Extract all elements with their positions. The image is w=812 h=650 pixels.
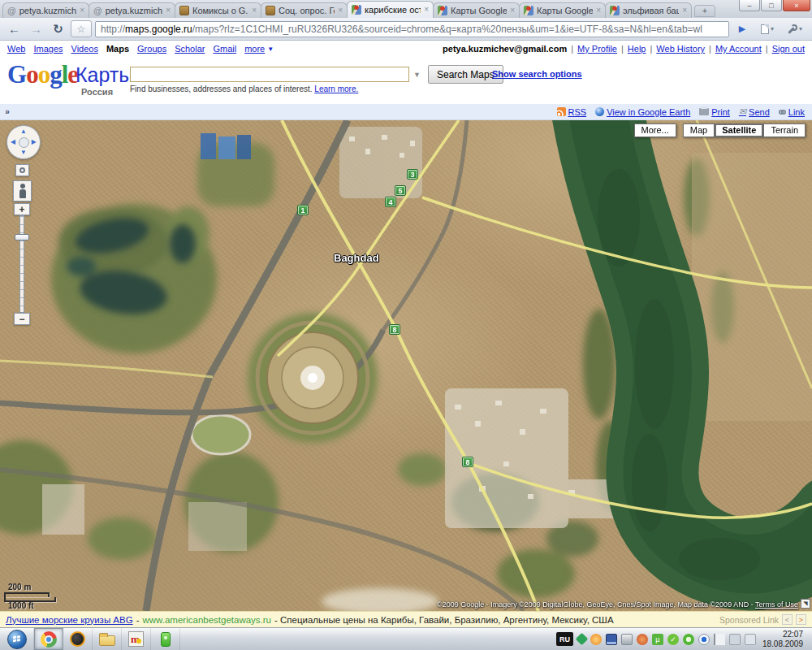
language-indicator[interactable]: RU <box>556 632 573 646</box>
tray-network-icon[interactable] <box>729 634 741 645</box>
terms-of-use-link[interactable]: Terms of Use <box>755 600 798 609</box>
view-in-google-earth-link[interactable]: View in Google Earth <box>595 107 690 117</box>
pan-up-icon[interactable]: ▲ <box>20 128 27 135</box>
taskbar-explorer-button[interactable] <box>93 628 122 650</box>
satellite-view-button[interactable]: Satellite <box>715 124 763 137</box>
nav-link-videos[interactable]: Videos <box>71 44 98 54</box>
tray-orange-icon[interactable] <box>590 634 602 645</box>
forward-button[interactable]: → <box>27 20 45 38</box>
tray-utorrent-icon[interactable]: µ <box>652 634 663 645</box>
map-view-button[interactable]: Map <box>683 124 715 137</box>
go-button[interactable]: ▶ <box>732 20 752 37</box>
tray-eye-icon[interactable] <box>698 634 710 645</box>
bookmark-star-button[interactable]: ☆ <box>71 20 92 37</box>
back-button[interactable]: ← <box>5 20 24 38</box>
taskbar-aimp-button[interactable] <box>63 628 93 650</box>
nav-link-web[interactable]: Web <box>7 44 25 54</box>
more-button[interactable]: More... <box>634 124 676 137</box>
pan-center-handle[interactable] <box>19 137 29 148</box>
reload-button[interactable]: ↻ <box>49 20 67 38</box>
map-canvas[interactable]: More... Map Satellite Terrain ▲ ▼ ◀ ▶ + … <box>0 120 812 611</box>
wrench-icon <box>788 24 797 34</box>
route-marker-1[interactable]: 1 <box>297 205 309 215</box>
link-link[interactable]: Link <box>779 107 805 117</box>
previous-ad-button[interactable]: < <box>782 614 793 625</box>
tab-caribbean-islands-active[interactable]: карибские ост... × <box>347 1 434 18</box>
tray-monitor-icon[interactable] <box>606 634 617 645</box>
route-marker-4[interactable]: 4 <box>385 197 396 207</box>
search-history-dropdown-icon[interactable]: ▼ <box>413 71 421 79</box>
pan-left-icon[interactable]: ◀ <box>11 139 15 145</box>
sidebar-collapse-button[interactable]: » <box>0 107 15 116</box>
nav-link-scholar[interactable]: Scholar <box>175 44 205 54</box>
nav-link-groups[interactable]: Groups <box>137 44 166 54</box>
maximize-button[interactable]: □ <box>761 0 782 11</box>
taskbar-mirc-button[interactable]: m <box>122 628 151 650</box>
taskbar-qip-button[interactable] <box>151 628 180 650</box>
street-view-pegman-button[interactable] <box>13 180 32 202</box>
tab-maps-1[interactable]: Карты Google × <box>433 2 520 18</box>
tab-survey[interactable]: Соц. опрос. Ге... × <box>261 2 348 18</box>
learn-more-link[interactable]: Learn more. <box>314 84 358 93</box>
address-bar[interactable]: http://maps.google.ru/maps?rlz=1C1CHMI_r… <box>95 21 729 37</box>
tray-device-icon[interactable] <box>621 634 633 645</box>
link-sign-out[interactable]: Sign out <box>772 44 805 54</box>
tab-close-icon[interactable]: × <box>682 6 687 15</box>
tab-close-icon[interactable]: × <box>424 6 429 14</box>
minimize-button[interactable]: – <box>739 0 760 11</box>
report-problem-button[interactable]: ◥ <box>801 599 810 609</box>
close-button[interactable]: × <box>783 0 810 11</box>
taskbar-clock[interactable]: 22:07 18.08.2009 <box>762 630 803 649</box>
send-link[interactable]: ✉ Send <box>739 107 770 117</box>
taskbar-chrome-button[interactable] <box>34 628 63 650</box>
start-button[interactable] <box>0 628 34 650</box>
route-marker-8a[interactable]: 8 <box>389 324 400 335</box>
reset-view-button[interactable] <box>15 164 29 176</box>
link-my-account[interactable]: My Account <box>715 44 762 54</box>
tab-maps-2[interactable]: Карты Google × <box>519 2 606 18</box>
tray-diamond-icon[interactable] <box>576 633 589 646</box>
terrain-view-button[interactable]: Terrain <box>763 124 806 137</box>
rss-link[interactable]: RSS <box>557 107 587 117</box>
tab-close-icon[interactable]: × <box>338 6 343 15</box>
wrench-menu-button[interactable]: ▾ <box>783 20 807 37</box>
tab-comics[interactable]: Комиксы о G... × <box>175 2 261 18</box>
tab-close-icon[interactable]: × <box>166 6 171 15</box>
tray-antivirus-icon[interactable]: ✓ <box>667 634 679 645</box>
ad-link[interactable]: Лучшие морские круизы ABG <box>6 615 133 625</box>
tab-close-icon[interactable]: × <box>510 6 515 15</box>
nav-link-gmail[interactable]: Gmail <box>213 44 236 54</box>
tray-audio-icon[interactable] <box>637 634 648 645</box>
tray-messenger-icon[interactable] <box>683 634 694 645</box>
zoom-in-button[interactable]: + <box>14 203 30 215</box>
tab-close-icon[interactable]: × <box>252 6 257 15</box>
zoom-out-button[interactable]: − <box>14 313 30 325</box>
route-marker-5[interactable]: 5 <box>395 185 406 196</box>
logo-letter: g <box>50 60 62 89</box>
zoom-slider-track[interactable] <box>19 215 24 313</box>
print-link[interactable]: Print <box>699 107 730 117</box>
route-marker-8b[interactable]: 8 <box>462 457 473 467</box>
pan-right-icon[interactable]: ▶ <box>32 139 37 145</box>
nav-link-more[interactable]: more <box>244 44 265 54</box>
tray-flag-icon[interactable] <box>714 634 725 645</box>
tab-close-icon[interactable]: × <box>596 6 601 15</box>
new-tab-button[interactable]: + <box>694 5 715 17</box>
zoom-slider-handle[interactable] <box>15 234 29 240</box>
link-my-profile[interactable]: My Profile <box>577 44 617 54</box>
tab-gmail-2[interactable]: @ petya.kuzmich... × <box>89 2 175 18</box>
show-search-options-link[interactable]: Show search options <box>492 69 582 79</box>
search-input[interactable] <box>130 67 409 82</box>
tab-close-icon[interactable]: × <box>80 6 84 15</box>
route-marker-3[interactable]: 3 <box>407 169 418 180</box>
tab-eiffel-tower[interactable]: эльфивая баш... × <box>605 2 692 18</box>
tray-volume-icon[interactable] <box>745 634 756 645</box>
tab-gmail-1[interactable]: @ petya.kuzmich... × <box>2 2 89 18</box>
page-menu-button[interactable]: ▾ <box>755 20 780 37</box>
nav-link-images[interactable]: Images <box>33 44 63 54</box>
link-web-history[interactable]: Web History <box>656 44 705 54</box>
pan-control[interactable]: ▲ ▼ ◀ ▶ <box>6 125 41 159</box>
next-ad-button[interactable]: > <box>796 614 806 625</box>
pan-down-icon[interactable]: ▼ <box>20 150 27 156</box>
link-help[interactable]: Help <box>628 44 646 54</box>
